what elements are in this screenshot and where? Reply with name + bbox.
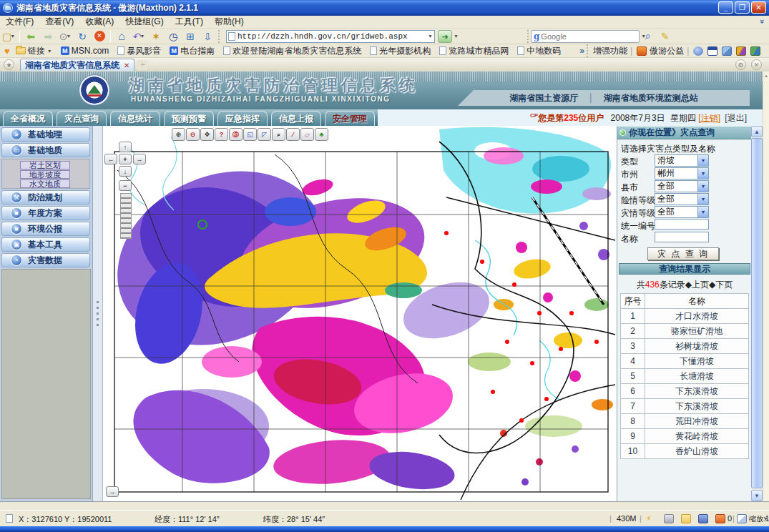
table-row[interactable]: 6下东溪滑坡	[621, 384, 749, 399]
row-name[interactable]: 下东溪滑坡	[645, 384, 749, 399]
nav-tab-disaster-query[interactable]: 灾点查询	[57, 111, 107, 126]
zoom-dropdown-icon[interactable]: ▼	[763, 516, 768, 521]
link-baofeng[interactable]: 暴风影音	[117, 45, 161, 57]
table-row[interactable]: 4下懂滑坡	[621, 354, 749, 369]
sidebar-splitter[interactable]	[93, 126, 103, 501]
address-bar[interactable]: ▼	[226, 30, 435, 43]
nav-tab-forecast-warning[interactable]: 预测预警	[164, 111, 214, 126]
search-magnifier-icon[interactable]: ⌕	[640, 29, 657, 44]
eraser-tool-icon[interactable]: ▱	[300, 128, 314, 141]
submenu-rock-soil-zoning[interactable]: 岩土区划	[20, 161, 70, 169]
select-arrow-tool-icon[interactable]: ◸	[258, 128, 271, 141]
links-folder[interactable]: 链接▼	[16, 45, 52, 57]
submenu-hydrogeology[interactable]: 水文地质	[20, 179, 70, 188]
chevron-down-icon[interactable]: ▼	[697, 207, 708, 217]
download-icon[interactable]: ⇩	[199, 29, 216, 44]
search-box[interactable]: g ▼	[531, 30, 640, 43]
sidebar-item-base-geology[interactable]: ▭基础地质	[1, 143, 90, 157]
row-name[interactable]: 黄花岭滑坡	[645, 429, 749, 444]
refresh-icon[interactable]: ↻	[74, 29, 91, 44]
pan-center-button[interactable]: +	[119, 154, 132, 164]
geological-map-canvas[interactable]	[103, 126, 617, 501]
minimize-button[interactable]: _	[718, 1, 733, 14]
next-page-link[interactable]: ◆下页	[709, 280, 733, 290]
county-select[interactable]: 全部▼	[655, 180, 709, 192]
pan-up-button[interactable]: ↑	[119, 142, 132, 152]
sidebar-item-prevention-planning[interactable]: ⚒防治规划	[1, 190, 90, 205]
close-tab-icon[interactable]: ✕	[124, 61, 129, 69]
nav-tab-emergency-command[interactable]: 应急指挥	[217, 111, 268, 126]
scroll-down-arrow-icon[interactable]: ▼	[751, 490, 763, 501]
home-icon[interactable]: ⌂	[113, 29, 130, 44]
undo-icon[interactable]: ↶▼	[130, 29, 147, 44]
menu-view[interactable]: 查看(V)	[39, 15, 79, 29]
enhance-features-link[interactable]: 增强功能	[593, 45, 627, 57]
exit-link[interactable]: [退出]	[725, 113, 747, 123]
row-name[interactable]: 衫树垅滑坡	[645, 339, 749, 354]
table-row[interactable]: 3衫树垅滑坡	[621, 339, 749, 354]
nav-tab-info-report[interactable]: 信息上报	[271, 111, 321, 126]
stop-icon[interactable]: ✕	[91, 29, 108, 44]
new-tab-plus-icon[interactable]: +	[137, 60, 147, 70]
favorites-heart-icon[interactable]: ♥	[4, 46, 10, 56]
scale-query-tool-icon[interactable]: ?	[215, 128, 228, 141]
printer-icon[interactable]	[664, 514, 674, 523]
zoom-out-tool-icon[interactable]: ⊖	[186, 128, 200, 141]
maxthon-charity-link[interactable]: 傲游公益	[650, 45, 684, 57]
book-icon[interactable]	[698, 514, 708, 523]
pan-tool-icon[interactable]: ✥	[200, 128, 214, 141]
table-row[interactable]: 5长塘滑坡	[621, 369, 749, 384]
type-select[interactable]: 滑坡▼	[655, 154, 709, 167]
unified-code-input[interactable]	[655, 219, 709, 230]
link-guangnian-photo[interactable]: 光年摄影机构	[370, 45, 431, 57]
menu-favorites[interactable]: 收藏(A)	[79, 15, 119, 29]
risk-level-select[interactable]: 全部▼	[655, 193, 709, 205]
menu-file[interactable]: 文件(F)	[0, 15, 39, 29]
popup-blocker-icon[interactable]	[715, 514, 725, 523]
paint-tools-icon[interactable]	[736, 46, 746, 56]
legend-tree-tool-icon[interactable]: ♣	[315, 128, 328, 141]
disaster-level-select[interactable]: 全部▼	[655, 206, 709, 218]
link-welcome-hunan-geo[interactable]: 欢迎登陆湖南省地质灾害信息系统	[223, 45, 361, 57]
row-name[interactable]: 长塘滑坡	[645, 369, 749, 384]
magic-wand-icon[interactable]: ✶	[147, 29, 165, 44]
chevron-down-icon[interactable]: ▼	[697, 194, 708, 205]
prefecture-select[interactable]: 郴州▼	[655, 167, 709, 179]
link-lanlu-city[interactable]: 览路城市精品网	[439, 45, 509, 57]
row-name[interactable]: 下东溪滑坡	[645, 399, 749, 414]
go-dropdown-icon[interactable]: ▼	[454, 34, 459, 39]
links-overflow-chevron[interactable]: »	[579, 46, 584, 56]
link-land-resources-dept[interactable]: 湖南省国土资源厅	[509, 92, 578, 104]
table-row[interactable]: 2骆家恒矿滑地	[621, 324, 749, 339]
boost-lightning-icon[interactable]: ⚡	[646, 514, 652, 523]
collapse-chevron-icon[interactable]: ▲	[763, 74, 769, 78]
window-panel-icon[interactable]	[707, 46, 717, 56]
clock-icon[interactable]: ◷	[165, 29, 182, 44]
search-input[interactable]	[541, 32, 642, 41]
name-input[interactable]	[655, 232, 709, 242]
table-row[interactable]: 9黄花岭滑坡	[621, 429, 749, 444]
zoom-minus-button[interactable]: −	[119, 180, 132, 191]
row-name[interactable]: 下懂滑坡	[645, 354, 749, 369]
forward-icon[interactable]: ➡	[39, 29, 57, 44]
row-name[interactable]: 荒田冲滑坡	[645, 414, 749, 429]
row-name[interactable]: 骆家恒矿滑地	[645, 324, 749, 339]
row-name[interactable]: 才口水滑坡	[645, 309, 749, 324]
link-frame-icon[interactable]: ⊞	[182, 29, 199, 44]
nav-tab-info-statistics[interactable]: 信息统计	[110, 111, 160, 126]
table-row[interactable]: 1才口水滑坡	[621, 309, 749, 324]
pages-zoom-icon[interactable]	[737, 514, 747, 523]
back-icon[interactable]: ⬅	[22, 29, 39, 44]
link-zhongdi-digital[interactable]: 中地数码	[517, 45, 561, 57]
close-button[interactable]: ✕	[751, 1, 766, 14]
pan-down-button[interactable]: ↓	[119, 166, 132, 177]
scroll-up-arrow-icon[interactable]: ▲	[751, 126, 763, 137]
active-page-tab[interactable]: 湖南省地质灾害信息系统 ✕	[20, 59, 134, 71]
tab-tools-wrench-icon[interactable]: ⚙	[735, 59, 746, 70]
disaster-query-button[interactable]: 灾 点 查 询	[647, 247, 719, 260]
sidebar-item-disaster-data[interactable]: ◔灾害数据	[1, 253, 90, 267]
full-extent-tool-icon[interactable]: Ⓢ	[229, 128, 243, 141]
identify-tool-icon[interactable]: ⌕	[272, 128, 285, 141]
pan-right-button[interactable]: →	[133, 154, 146, 164]
sidebar-item-basic-tools[interactable]: ▣基本工具	[1, 237, 90, 252]
